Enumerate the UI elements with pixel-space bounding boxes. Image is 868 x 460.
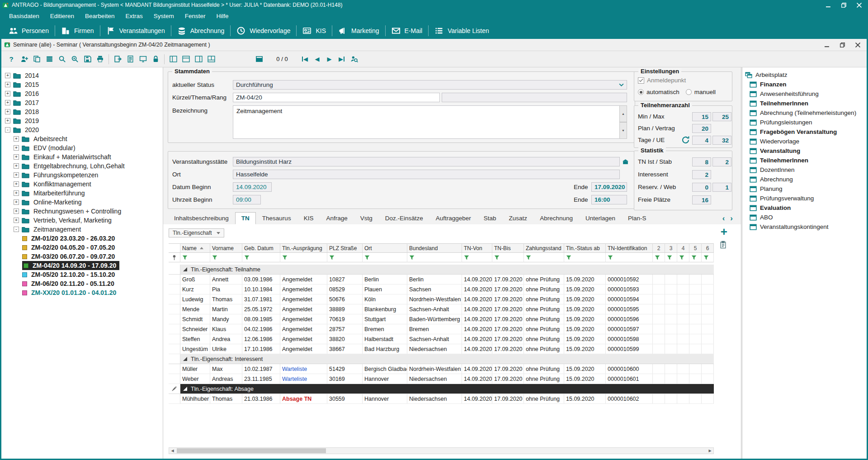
reserv-web-field-1[interactable]: 0 [692,183,711,192]
nav-item-prüfungsleistungen[interactable]: Prüfungsleistungen [742,118,867,127]
tree-item[interactable]: +Vertrieb, Verkauf, Marketing [1,216,163,225]
tab-abrechnung[interactable]: Abrechnung [533,212,579,224]
bezeichnung-scrollbar[interactable]: ▲ ▼ [619,105,627,139]
column-header-2[interactable]: 2 [653,243,665,253]
filter-button-tn-bis[interactable] [492,253,524,262]
kuerzel-field[interactable]: ZM-04/20 [233,93,440,102]
group-by-chip[interactable]: Tln.-Eigenschaft [169,228,224,237]
tree-item[interactable]: +EDV (modular) [1,143,163,152]
person-search-button[interactable] [348,53,360,65]
column-header-zahlungsstand[interactable]: Zahlungsstand [524,243,564,253]
tree-item[interactable]: +Konfliktmanagement [1,180,163,189]
tree-expander[interactable]: + [14,136,19,142]
column-header-name[interactable]: Name [180,243,210,253]
tree-item[interactable]: +Rechnungswesen + Controlling [1,207,163,216]
lock-button[interactable] [149,53,162,65]
scrollbar-thumb[interactable] [177,448,326,453]
tree-expander[interactable]: + [5,73,10,78]
records-button[interactable] [43,53,56,65]
toolbar-veranstaltungen[interactable]: Veranstaltungen [100,24,171,38]
copy-button[interactable] [30,53,43,65]
layout-right-button[interactable] [192,53,205,65]
minimize-button[interactable] [821,0,836,9]
tn-ist-stab-field-2[interactable]: 2 [712,157,731,166]
tree-item[interactable]: +Mitarbeiterführung [1,189,163,198]
menu-item-fenster[interactable]: Fenster [179,10,211,22]
tree-expander[interactable]: + [14,172,19,178]
nav-item-veranstaltung[interactable]: Veranstaltung [742,146,867,156]
tree-item[interactable]: ZM-05/20 12.10.20 - 15.10.20 [1,270,163,279]
paste-button[interactable] [720,241,726,249]
seminar-close-button[interactable] [850,40,865,49]
kuerzel-field-2[interactable] [442,93,627,102]
tab-tn[interactable]: TN [235,212,256,224]
tree-item[interactable]: +2017 [1,98,163,107]
tree-expander[interactable]: + [14,218,19,223]
tree-item[interactable]: -2020 [1,125,163,134]
filter-button-geb-datum[interactable] [242,253,280,262]
filter-button-5[interactable] [689,253,702,262]
menu-item-extras[interactable]: Extras [120,10,148,22]
tab-unterlagen[interactable]: Unterlagen [579,212,622,224]
bezeichnung-textarea[interactable]: Zeitmanagement [233,105,620,139]
tab-doz-einsätze[interactable]: Doz.-Einsätze [379,212,429,224]
column-header-tn-identifikation[interactable]: TN-Identifikation [606,243,653,253]
staette-field[interactable]: Bildungsinstitut Harz [233,157,620,166]
menu-item-bearbeiten[interactable]: Bearbeiten [80,10,120,22]
table-row[interactable]: GroßAnnett03.09.1986Angemeldet10827Berli… [169,275,714,285]
table-row[interactable]: MüllerMax10.02.1987Warteliste51429Bergis… [169,364,714,374]
tree-item[interactable]: ZM-01/20 23.03.20 - 26.03.20 [1,234,163,243]
tree-expander[interactable]: + [5,100,10,105]
tage-ue-field-2[interactable]: 32 [712,136,731,145]
table-row[interactable]: LudewigThomas31.07.1981Angemeldet50676Kö… [169,294,714,304]
tree-expander[interactable]: + [5,82,10,87]
column-header-tln-ausprägung[interactable]: Tln.-Ausprägung [280,243,327,253]
tree-item[interactable]: +Online-Marketing [1,198,163,207]
column-header-tn-von[interactable]: TN-Von [462,243,492,253]
tab-inhaltsbeschreibung[interactable]: Inhaltsbeschreibung [168,212,235,224]
close-button[interactable] [851,0,867,9]
save-button[interactable] [81,53,94,65]
screen-button[interactable] [137,53,149,65]
print-button[interactable] [94,53,106,65]
datum-ende-field[interactable]: 17.09.2020 [591,182,627,192]
anmeldepunkt-checkbox[interactable]: Anmeldepunkt [638,77,686,84]
tree-item[interactable]: +Einkauf + Materialwirtschaft [1,152,163,161]
tree-expander[interactable]: - [14,227,19,232]
tree-expander[interactable]: - [5,127,10,133]
tree-item[interactable]: ZM-XX/20 01.01.20 - 04.01.20 [1,288,163,297]
nav-item-evaluation[interactable]: Evaluation [742,203,867,213]
toolbar-firmen[interactable]: Firmen [55,24,100,38]
ort-field[interactable]: Hasselfelde [233,170,620,179]
column-header-plz-straße[interactable]: PLZ Straße [327,243,363,253]
tree-item[interactable]: +2018 [1,107,163,116]
search-new-button[interactable] [68,53,81,65]
column-header-vorname[interactable]: Vorname [210,243,242,253]
filter-button-6[interactable] [702,253,714,262]
scroll-right-icon[interactable]: ▶ [707,449,713,453]
nav-item-fragebögen-veranstaltung[interactable]: Fragebögen Veranstaltung [742,127,867,137]
column-header-bundesland[interactable]: Bundesland [407,243,462,253]
nav-item-wiedervorlage[interactable]: Wiedervorlage [742,137,867,146]
table-row[interactable]: MühlhuberThomas21.03.1986Absage TN30559H… [169,394,714,404]
interessent-field-1[interactable]: 2 [692,170,711,179]
column-header-4[interactable]: 4 [677,243,689,253]
table-row[interactable]: UngestümUlrike17.10.1986Angemeldet38667B… [169,344,714,354]
min-max-field-1[interactable]: 15 [692,112,711,121]
layout-bottom-button[interactable] [205,53,217,65]
filter-button-vorname[interactable] [210,253,242,262]
staette-lookup-button[interactable] [621,157,629,166]
filter-button-ort[interactable] [363,253,407,262]
filter-button-3[interactable] [665,253,677,262]
tab-anfrage[interactable]: Anfrage [320,212,354,224]
filter-button-tln-status-ab[interactable] [564,253,606,262]
column-header-tn-bis[interactable]: TN-Bis [492,243,524,253]
tree-item[interactable]: +2016 [1,89,163,98]
add-participant-button[interactable]: + [721,227,727,236]
tree-expander[interactable]: + [5,91,10,96]
tab-scroll-left-button[interactable]: ‹ [722,214,725,223]
tree-item[interactable]: ZM-03/20 06.07.20 - 09.07.20 [1,252,163,261]
help-button[interactable]: ? [5,53,18,65]
toolbar-variable-listen[interactable]: Variable Listen [429,24,495,38]
menu-item-hilfe[interactable]: Hilfe [211,10,234,22]
